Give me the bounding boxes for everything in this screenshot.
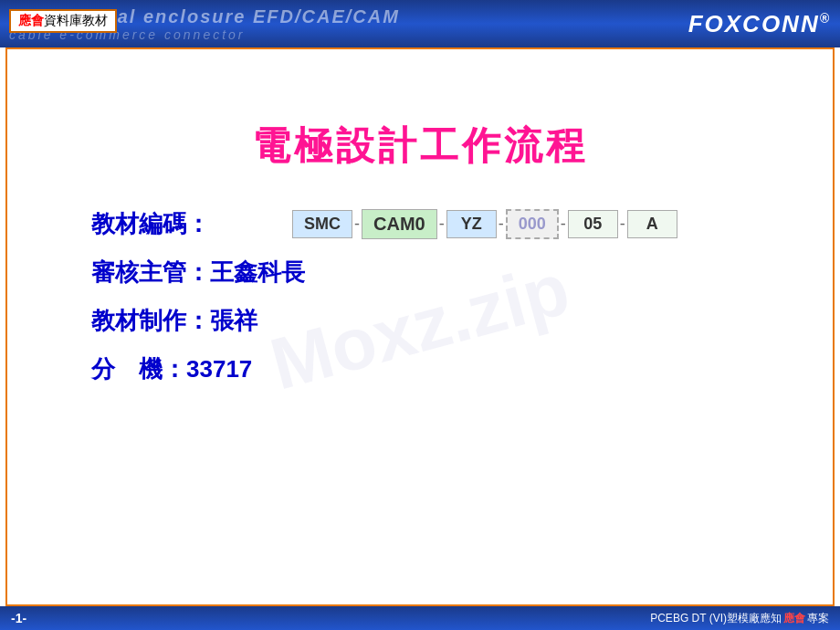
info-row-ext: 分 機：33717 (91, 353, 803, 385)
label-creator: 教材制作：張祥 (91, 305, 292, 337)
sep4: - (559, 215, 568, 234)
label-ext: 分 機：33717 (91, 353, 292, 385)
info-row-creator: 教材制作：張祥 (91, 305, 803, 337)
info-section: 教材編碼： SMC - CAM0 - YZ - 000 - 05 - A 審核主… (37, 208, 803, 385)
code-box-smc: SMC (292, 210, 352, 238)
title-section: 電極設計工作流程 (37, 121, 803, 172)
label-reviewer: 審核主管：王鑫科長 (91, 257, 305, 289)
code-box-n05: 05 (568, 210, 618, 238)
bottom-right-text: PCEBG DT (VI)塑模廠應知 (650, 611, 782, 626)
code-box-num: 000 (506, 209, 559, 239)
label-code: 教材編碼： (91, 208, 292, 240)
bottom-right-red: 應會 (783, 611, 805, 626)
tag-red-text: 應會 (18, 13, 44, 29)
page-title: 電極設計工作流程 (37, 121, 803, 172)
code-box-cam0: CAM0 (362, 209, 437, 239)
bottom-right-end: 專案 (807, 611, 829, 626)
code-box-yz: YZ (446, 210, 497, 238)
sep5: - (618, 215, 627, 234)
header-banner: fiber optical enclosure EFD/CAE/CAM cabl… (0, 0, 840, 47)
page-number: -1- (11, 611, 26, 625)
main-content: Moxz.zip 電極設計工作流程 教材編碼： SMC - CAM0 - YZ … (0, 47, 840, 606)
tag-label: 應會資料庫教材 (9, 9, 117, 33)
info-row-reviewer: 審核主管：王鑫科長 (91, 257, 803, 289)
sep2: - (437, 215, 446, 234)
code-boxes: SMC - CAM0 - YZ - 000 - 05 - A (292, 209, 677, 239)
sep3: - (497, 215, 506, 234)
foxconn-logo: FOXCONN® (688, 10, 831, 38)
tag-suffix-text: 資料庫教材 (44, 13, 108, 29)
code-box-a: A (627, 210, 677, 238)
bottom-bar: -1- PCEBG DT (VI)塑模廠應知應會專案 (0, 606, 840, 630)
bottom-right: PCEBG DT (VI)塑模廠應知應會專案 (650, 611, 829, 626)
info-row-code: 教材編碼： SMC - CAM0 - YZ - 000 - 05 - A (91, 208, 803, 240)
sep1: - (352, 215, 362, 234)
